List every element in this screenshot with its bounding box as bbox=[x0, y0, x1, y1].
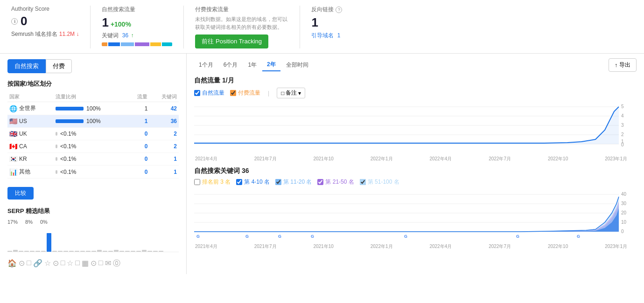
country-bar-0: 100% bbox=[54, 102, 128, 115]
serp-icon-mail[interactable]: ✉ bbox=[105, 259, 111, 269]
serp-chart bbox=[7, 227, 179, 257]
legend-51to100-label: 第 51-100 名 bbox=[368, 178, 399, 186]
backlink-sub: 引导域名 1 bbox=[311, 32, 633, 40]
compare-button[interactable]: 比较 bbox=[7, 187, 34, 200]
serp-bar-24 bbox=[142, 250, 147, 252]
position-tracking-button[interactable]: 前往 Position Tracking bbox=[195, 34, 268, 48]
x-label-4: 2022年4月 bbox=[429, 156, 452, 162]
serp-icon-doc[interactable]: □ bbox=[98, 259, 103, 269]
legend-51to100-checkbox[interactable] bbox=[360, 179, 366, 185]
serp-bar-16 bbox=[97, 250, 102, 252]
time-tab-6m[interactable]: 6个月 bbox=[219, 59, 243, 71]
serp-icon-img[interactable]: ⊙ bbox=[91, 259, 97, 269]
chart1-svg: 5 4 3 2 1 0 bbox=[194, 102, 628, 153]
time-tab-2y[interactable]: 2年 bbox=[262, 59, 280, 71]
serp-icon-link[interactable]: 🔗 bbox=[33, 259, 42, 269]
traffic-count-1: 1 bbox=[128, 115, 150, 128]
x-label-5: 2022年7月 bbox=[489, 156, 511, 162]
country-flag-2: 🇬🇧 bbox=[9, 130, 17, 138]
time-tab-1y[interactable]: 1年 bbox=[243, 59, 261, 71]
legend-21to50-checkbox[interactable] bbox=[317, 179, 323, 185]
backlink-info-icon[interactable]: ? bbox=[336, 7, 342, 13]
export-button[interactable]: ↑ 导出 bbox=[609, 58, 637, 72]
backlink-label-text: 反向链接 bbox=[311, 6, 334, 14]
chart2-x-axis: 2021年4月 2021年7月 2021年10 2022年1月 2022年4月 … bbox=[194, 243, 628, 250]
legend-4to10: 第 4-10 名 bbox=[236, 178, 270, 186]
serp-bar-4 bbox=[30, 251, 35, 252]
serp-bar-23 bbox=[136, 251, 141, 252]
serp-bar-12 bbox=[75, 251, 79, 252]
legend-top3-checkbox[interactable] bbox=[194, 179, 200, 185]
semrush-rank: Semrush 域名排名 11.2M ↓ bbox=[11, 30, 79, 38]
traffic-count-3: 0 bbox=[128, 140, 150, 153]
y2-label-0: 0 bbox=[621, 229, 624, 234]
country-row-4[interactable]: 🇰🇷 KR <0.1% 0 1 bbox=[7, 153, 179, 165]
country-label-3: CA bbox=[19, 143, 27, 150]
serp-bar-1 bbox=[13, 250, 18, 252]
serp-icon-chart[interactable]: □ bbox=[75, 259, 80, 269]
legend-4to10-checkbox[interactable] bbox=[236, 179, 242, 185]
serp-pct-8: 8% bbox=[25, 219, 33, 225]
legend-paid-checkbox[interactable] bbox=[230, 90, 236, 96]
bar-seg-purple bbox=[135, 42, 149, 46]
bar-seg-light-blue bbox=[121, 42, 134, 46]
serp-icon-square[interactable]: □ bbox=[27, 259, 31, 269]
serp-title: SERP 精选结果 bbox=[7, 207, 179, 215]
country-row-2[interactable]: 🇬🇧 UK <0.1% 0 2 bbox=[7, 128, 179, 140]
chart2-svg: 40 30 20 10 0 G G G G G G G bbox=[194, 190, 628, 241]
country-bar-5: <0.1% bbox=[54, 165, 128, 179]
y2-label-40: 40 bbox=[621, 192, 627, 197]
traffic-bar-4 bbox=[56, 157, 57, 161]
serp-bar-5 bbox=[35, 251, 40, 252]
authority-value: 0 bbox=[21, 14, 27, 28]
legend-paid: 付费流量 bbox=[230, 89, 260, 97]
serp-icon-grid[interactable]: □ bbox=[61, 259, 65, 269]
y2-label-10: 10 bbox=[621, 220, 627, 225]
x2-label-6: 2022年10 bbox=[548, 243, 568, 250]
country-label-4: KR bbox=[19, 156, 27, 162]
country-row-5[interactable]: 📊 其他 <0.1% 0 1 bbox=[7, 165, 179, 179]
y-label-4: 4 bbox=[621, 113, 624, 118]
authority-label-text: Authority Score bbox=[11, 6, 49, 12]
country-table: 国家 流量比例 流量 关键词 🌐 全世界 100% 1 42 bbox=[7, 92, 179, 179]
legend-organic-checkbox[interactable] bbox=[194, 90, 200, 96]
keyword-distribution-bar bbox=[102, 42, 172, 46]
country-row-1[interactable]: 🇺🇸 US 100% 1 36 bbox=[7, 115, 179, 128]
country-name-2: 🇬🇧 UK bbox=[7, 128, 54, 140]
country-row-3[interactable]: 🇨🇦 CA <0.1% 0 2 bbox=[7, 140, 179, 153]
serp-pct-labels: 17% 8% 0% bbox=[7, 219, 179, 225]
traffic-bar-1 bbox=[56, 119, 84, 123]
x2-label-3: 2022年1月 bbox=[371, 243, 393, 250]
time-tab-all[interactable]: 全部时间 bbox=[281, 59, 313, 71]
serp-icon-grid2[interactable]: ▦ bbox=[82, 259, 89, 269]
keywords-count-3: 2 bbox=[149, 140, 179, 153]
country-bar-3: <0.1% bbox=[54, 140, 128, 153]
tab-paid[interactable]: 付费 bbox=[46, 59, 72, 73]
country-row-0[interactable]: 🌐 全世界 100% 1 42 bbox=[7, 102, 179, 115]
serp-icon-play[interactable]: ⊙ bbox=[53, 259, 59, 269]
serp-icon-star[interactable]: ☆ bbox=[44, 259, 51, 269]
country-name-4: 🇰🇷 KR bbox=[7, 153, 54, 165]
country-name-0: 🌐 全世界 bbox=[7, 102, 54, 115]
legend-11to20-checkbox[interactable] bbox=[275, 179, 281, 185]
legend-note-button[interactable]: □ 备注 ▾ bbox=[277, 88, 305, 98]
serp-icon-star2[interactable]: ☆ bbox=[67, 259, 73, 269]
chart2-11to20-area bbox=[194, 205, 619, 232]
y2-label-30: 30 bbox=[621, 201, 627, 206]
country-flag-1: 🇺🇸 bbox=[9, 117, 17, 125]
authority-info-icon[interactable]: ℹ bbox=[11, 18, 18, 25]
semrush-rank-arrow: ↓ bbox=[76, 31, 79, 37]
x-label-3: 2022年1月 bbox=[371, 156, 393, 162]
serp-icon-home[interactable]: 🏠 bbox=[7, 259, 17, 269]
serp-icon-circle[interactable]: ⊙ bbox=[19, 259, 25, 269]
authority-score-block: Authority Score ℹ 0 Semrush 域名排名 11.2M ↓ bbox=[0, 6, 91, 48]
tab-organic[interactable]: 自然搜索 bbox=[7, 59, 46, 73]
time-tab-1m[interactable]: 1个月 bbox=[194, 59, 218, 71]
serp-bar-26 bbox=[153, 251, 158, 252]
serp-bar-19 bbox=[114, 250, 119, 252]
chart2-4to10-area bbox=[194, 208, 619, 232]
x2-label-2: 2021年10 bbox=[313, 243, 333, 250]
y2-label-20: 20 bbox=[621, 210, 627, 215]
serp-icon-num[interactable]: ⓪ bbox=[113, 259, 120, 269]
traffic-bar-5 bbox=[56, 170, 57, 174]
